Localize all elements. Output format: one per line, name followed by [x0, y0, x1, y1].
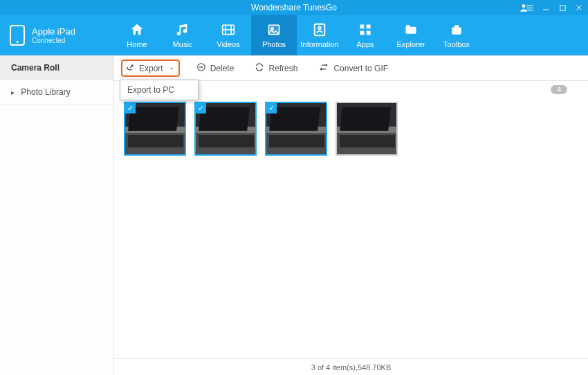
- export-icon: [125, 62, 135, 74]
- nav-label: Information: [300, 40, 338, 48]
- device-name: Apple iPad: [32, 26, 75, 37]
- home-icon: [128, 22, 146, 37]
- app-title: Wondershare TunesGo: [251, 3, 337, 12]
- apps-icon: [356, 22, 374, 37]
- nav-home[interactable]: Home: [114, 15, 160, 55]
- svg-point-15: [318, 26, 321, 29]
- svg-rect-17: [367, 25, 371, 29]
- refresh-label: Refresh: [268, 64, 297, 73]
- nav-photos[interactable]: Photos: [251, 15, 297, 55]
- device-status: Connected: [32, 37, 75, 44]
- nav-label: Explorer: [397, 40, 425, 48]
- delete-label: Delete: [210, 64, 235, 73]
- menu-icon[interactable]: [524, 3, 534, 12]
- refresh-icon: [255, 62, 264, 74]
- sidebar-item-label: Camera Roll: [11, 63, 59, 73]
- close-icon[interactable]: [574, 3, 584, 12]
- explorer-icon: [402, 22, 420, 37]
- delete-icon: [196, 62, 206, 74]
- tablet-icon: [10, 25, 25, 46]
- selected-check-icon: ✓: [196, 103, 206, 113]
- device-selector[interactable]: Apple iPad Connected: [0, 15, 114, 55]
- svg-rect-16: [360, 25, 365, 29]
- svg-rect-18: [360, 31, 365, 35]
- videos-icon: [219, 22, 237, 37]
- nav-label: Home: [127, 40, 147, 48]
- maximize-icon[interactable]: [558, 3, 567, 12]
- photo-thumbnail[interactable]: ✓: [265, 102, 327, 156]
- selected-check-icon: ✓: [125, 103, 136, 113]
- header-nav: Apple iPad Connected Home Music Videos P…: [0, 15, 588, 55]
- svg-rect-5: [560, 5, 564, 10]
- selected-check-icon: ✓: [266, 103, 277, 113]
- photo-grid: 2016-02-01 4 ✓ ✓ ✓: [114, 81, 588, 358]
- nav-videos[interactable]: Videos: [205, 15, 251, 55]
- status-text: 3 of 4 item(s),548.70KB: [311, 363, 392, 372]
- photo-thumbnail[interactable]: ✓: [124, 102, 186, 156]
- toolbar: Export Delete Refresh Convert to GIF Exp…: [114, 56, 588, 81]
- information-icon: [311, 22, 329, 37]
- delete-button[interactable]: Delete: [192, 60, 239, 77]
- nav-explorer[interactable]: Explorer: [388, 15, 434, 55]
- minimize-icon[interactable]: [541, 3, 551, 12]
- nav-apps[interactable]: Apps: [342, 15, 388, 55]
- export-dropdown: Export to PC: [120, 80, 199, 100]
- group-count-badge: 4: [551, 85, 567, 94]
- nav-information[interactable]: Information: [297, 15, 342, 55]
- sidebar-item-photo-library[interactable]: Photo Library: [0, 80, 113, 104]
- photo-thumbnail[interactable]: ✓: [194, 102, 257, 156]
- refresh-button[interactable]: Refresh: [250, 60, 302, 77]
- export-button[interactable]: Export: [121, 60, 180, 77]
- option-label: Export to PC: [127, 85, 174, 95]
- photos-icon: [265, 22, 283, 37]
- nav-label: Music: [173, 40, 193, 48]
- convert-to-gif-button[interactable]: Convert to GIF: [314, 60, 392, 77]
- nav-label: Photos: [262, 40, 286, 48]
- nav-toolbox[interactable]: Toolbox: [434, 15, 479, 55]
- sidebar-item-label: Photo Library: [21, 87, 70, 97]
- title-bar: Wondershare TunesGo: [0, 0, 588, 15]
- convert-icon: [318, 62, 329, 74]
- svg-rect-19: [367, 31, 371, 35]
- nav-label: Apps: [356, 40, 374, 48]
- export-label: Export: [139, 64, 163, 73]
- toolbox-icon: [448, 22, 466, 37]
- convert-label: Convert to GIF: [333, 64, 388, 73]
- nav-label: Toolbox: [443, 40, 470, 48]
- export-to-pc-option[interactable]: Export to PC: [120, 80, 198, 100]
- sidebar-item-camera-roll[interactable]: Camera Roll: [0, 56, 113, 80]
- sidebar: Camera Roll Photo Library: [0, 56, 114, 375]
- music-icon: [174, 22, 192, 37]
- nav-music[interactable]: Music: [160, 15, 205, 55]
- chevron-down-icon: [169, 64, 174, 73]
- photo-thumbnail[interactable]: [336, 102, 398, 156]
- status-bar: 3 of 4 item(s),548.70KB: [114, 358, 588, 375]
- nav-label: Videos: [217, 40, 239, 48]
